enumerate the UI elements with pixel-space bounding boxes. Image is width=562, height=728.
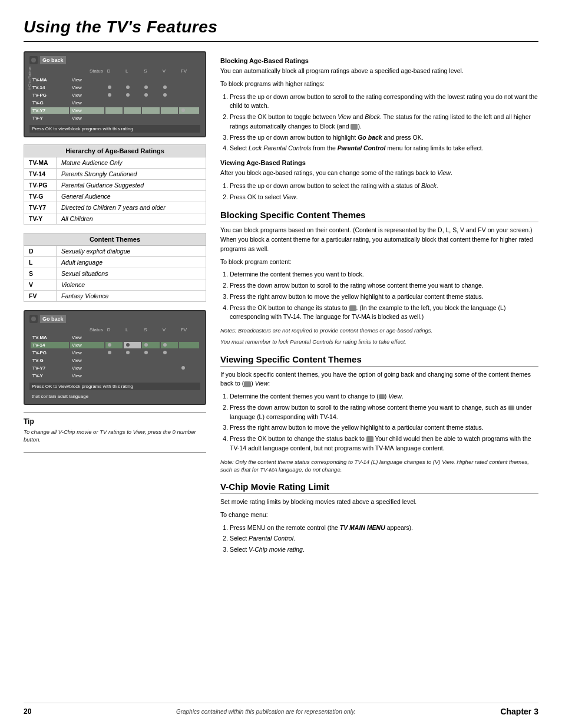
tv-screen-1: Go back Status DLSVFV V-Chip Ratings TV-… bbox=[24, 51, 206, 137]
viewing-content-steps: Determine the content themes you want to… bbox=[220, 392, 538, 453]
content-code: V bbox=[24, 279, 57, 291]
table-row: TV-PG Parental Guidance Suggested bbox=[24, 180, 206, 191]
blocking-content-to-block: To block program content: bbox=[220, 258, 538, 267]
left-column: Go back Status DLSVFV V-Chip Ratings TV-… bbox=[24, 51, 206, 559]
page-title: Using the TV's Features bbox=[24, 18, 538, 42]
viewing-age-steps: Press the up or down arrow button to sel… bbox=[220, 182, 538, 202]
content-desc: Violence bbox=[57, 279, 206, 291]
table-row: TV-Y7 Directed to Children 7 years and o… bbox=[24, 202, 206, 213]
age-table: Hierarchy of Age-Based Ratings TV-MA Mat… bbox=[24, 144, 206, 225]
age-code: TV-Y bbox=[24, 213, 57, 225]
list-item: Press the up or down arrow button to hig… bbox=[230, 133, 538, 143]
list-item: Press the OK button to change its status… bbox=[230, 304, 538, 322]
blocking-content-intro: You can block programs based on their co… bbox=[220, 226, 538, 253]
table-row: TV-G General Audience bbox=[24, 191, 206, 202]
list-item: Press the OK button to toggle between Vi… bbox=[230, 113, 538, 131]
right-column: Blocking Age-Based Ratings You can autom… bbox=[220, 51, 538, 559]
list-item: Select V-Chip movie rating. bbox=[230, 545, 538, 555]
table-row: TV-14 Parents Strongly Cautioned bbox=[24, 169, 206, 180]
tv-screen-1-table: Status DLSVFV V-Chip Ratings TV-MAView T… bbox=[29, 67, 200, 123]
age-desc: Parental Guidance Suggested bbox=[57, 180, 206, 191]
age-code: TV-14 bbox=[24, 169, 57, 180]
age-code: TV-MA bbox=[24, 157, 57, 169]
tv-screen-1-title: Go back bbox=[40, 56, 66, 64]
age-desc: General Audience bbox=[57, 191, 206, 202]
list-item: Press OK to select View. bbox=[230, 193, 538, 202]
age-code: TV-G bbox=[24, 191, 57, 202]
list-item: Determine the content themes you want to… bbox=[230, 270, 538, 279]
blocking-content-steps: Determine the content themes you want to… bbox=[220, 270, 538, 322]
page-footer: 20 Graphics contained within this public… bbox=[24, 703, 538, 716]
list-item: Press the up or down arrow button to sel… bbox=[230, 182, 538, 191]
tv-screen-1-press-ok: Press OK to view/block programs with thi… bbox=[29, 125, 200, 133]
vchip-intro: Set movie rating limits by blocking movi… bbox=[220, 498, 538, 507]
content-code: S bbox=[24, 268, 57, 279]
viewing-age-heading: Viewing Age-Based Ratings bbox=[220, 159, 538, 166]
viewing-content-intro: If you block specific content themes, yo… bbox=[220, 370, 538, 389]
viewing-age-intro: After you block age-based ratings, you c… bbox=[220, 169, 538, 178]
vchip-to-change: To change menu: bbox=[220, 510, 538, 520]
tv-screen-2-press-ok: Press OK to view/block programs with thi… bbox=[29, 383, 200, 390]
content-table-heading: Content Themes bbox=[24, 233, 206, 246]
tip-section: Tip To change all V-Chip movie or TV rat… bbox=[24, 412, 206, 453]
content-desc: Adult language bbox=[57, 257, 206, 268]
content-code: L bbox=[24, 257, 57, 268]
table-row: TV-MA Mature Audience Only bbox=[24, 157, 206, 169]
viewing-content-note: Note: Only the content theme status corr… bbox=[220, 458, 538, 474]
list-item: Determine the content themes you want to… bbox=[230, 392, 538, 401]
list-item: Press the down arrow button to scroll to… bbox=[230, 403, 538, 422]
content-table: Content Themes D Sexually explicit dialo… bbox=[24, 233, 206, 302]
blocking-age-to-block: To block programs with higher ratings: bbox=[220, 80, 538, 89]
age-desc: Parents Strongly Cautioned bbox=[57, 169, 206, 180]
page: Using the TV's Features Go back Status D… bbox=[0, 0, 562, 728]
footer-chapter: Chapter 3 bbox=[500, 707, 538, 716]
age-table-heading: Hierarchy of Age-Based Ratings bbox=[24, 145, 206, 157]
age-desc: All Children bbox=[57, 213, 206, 225]
age-desc: Directed to Children 7 years and older bbox=[57, 202, 206, 213]
content-desc: Fantasy Violence bbox=[57, 291, 206, 302]
table-row: V Violence bbox=[24, 279, 206, 291]
footer-center-text: Graphics contained within this publicati… bbox=[176, 709, 356, 715]
list-item: Select Parental Control. bbox=[230, 534, 538, 543]
main-content: Go back Status DLSVFV V-Chip Ratings TV-… bbox=[24, 51, 538, 559]
blocking-content-heading: Blocking Specific Content Themes bbox=[220, 210, 538, 222]
vchip-heading: V-Chip Movie Rating Limit bbox=[220, 482, 538, 494]
tv-screen-2-press-ok2: that contain adult language bbox=[29, 393, 200, 400]
blocking-content-note2: You must remember to lock Parental Contr… bbox=[220, 338, 538, 345]
content-code: D bbox=[24, 246, 57, 257]
list-item: Select Lock Parental Controls from the P… bbox=[230, 144, 538, 153]
tv-screen-2-title: Go back bbox=[40, 315, 66, 323]
list-item: Press MENU on the remote control (the TV… bbox=[230, 523, 538, 533]
table-row: FV Fantasy Violence bbox=[24, 291, 206, 302]
blocking-age-steps: Press the up or down arrow button to scr… bbox=[220, 93, 538, 154]
table-row: S Sexual situations bbox=[24, 268, 206, 279]
tv-screen-2: Go back Status DLSVFV TV-MAView TV-14Vie… bbox=[24, 310, 206, 405]
list-item: Press the up or down arrow button to scr… bbox=[230, 93, 538, 111]
blocking-age-heading: Blocking Age-Based Ratings bbox=[220, 57, 538, 64]
age-desc: Mature Audience Only bbox=[57, 157, 206, 169]
age-code: TV-Y7 bbox=[24, 202, 57, 213]
content-code: FV bbox=[24, 291, 57, 302]
vchip-steps: Press MENU on the remote control (the TV… bbox=[220, 523, 538, 555]
blocking-age-intro: You can automatically block all program … bbox=[220, 67, 538, 76]
table-row: D Sexually explicit dialogue bbox=[24, 246, 206, 257]
content-desc: Sexual situations bbox=[57, 268, 206, 279]
viewing-content-heading: Viewing Specific Content Themes bbox=[220, 354, 538, 367]
age-code: TV-PG bbox=[24, 180, 57, 191]
table-row: TV-Y All Children bbox=[24, 213, 206, 225]
content-desc: Sexually explicit dialogue bbox=[57, 246, 206, 257]
table-row: L Adult language bbox=[24, 257, 206, 268]
tip-text: To change all V-Chip movie or TV ratings… bbox=[24, 428, 206, 444]
list-item: Press the right arrow button to move the… bbox=[230, 292, 538, 302]
list-item: Press the OK button to change the status… bbox=[230, 434, 538, 453]
list-item: Press the down arrow button to scroll to… bbox=[230, 281, 538, 291]
tv-screen-2-table: Status DLSVFV TV-MAView TV-14View TV-PGV… bbox=[29, 325, 200, 380]
list-item: Press the right arrow button to move the… bbox=[230, 423, 538, 433]
tip-label: Tip bbox=[24, 417, 206, 426]
footer-page-number: 20 bbox=[24, 707, 31, 716]
blocking-content-note1: Notes: Broadcasters are not required to … bbox=[220, 327, 538, 334]
